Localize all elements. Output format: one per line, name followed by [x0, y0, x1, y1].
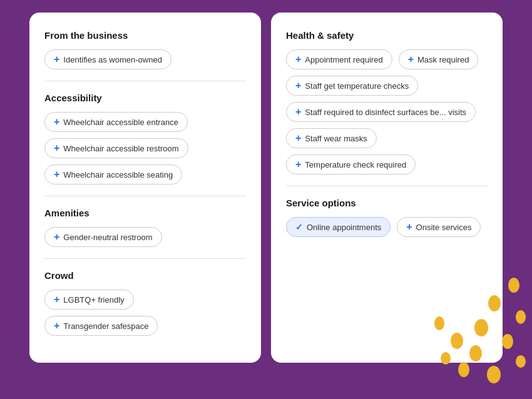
tag-label: Gender-neutral restroom	[63, 233, 152, 242]
section-accessibility: Accessibility+Wheelchair accessible entr…	[44, 93, 246, 184]
tag-item[interactable]: +Wheelchair accessible seating	[44, 164, 182, 184]
section-from-the-business: From the business+Identifies as women-ow…	[44, 30, 246, 69]
plus-icon: +	[295, 133, 301, 143]
section-divider	[44, 258, 246, 259]
tag-list-service-options: ✓Online appointments+Onsite services	[286, 217, 488, 237]
section-title-crowd: Crowd	[44, 270, 246, 281]
check-icon: ✓	[295, 222, 303, 232]
tag-label: Wheelchair accessible seating	[63, 170, 173, 179]
tag-label: Online appointments	[307, 223, 381, 232]
section-service-options: Service options✓Online appointments+Onsi…	[286, 198, 488, 237]
section-divider	[286, 186, 488, 186]
section-title-service-options: Service options	[286, 198, 488, 208]
tag-label: Wheelchair accessible entrance	[63, 118, 178, 127]
plus-icon: +	[54, 295, 59, 305]
section-title-from-the-business: From the business	[44, 30, 246, 41]
plus-icon: +	[54, 232, 59, 242]
plus-icon: +	[408, 54, 414, 64]
plus-icon: +	[54, 117, 59, 127]
tag-item[interactable]: +Wheelchair accessible entrance	[44, 112, 188, 132]
tag-item[interactable]: +LGBTQ+ friendly	[44, 290, 134, 310]
tag-item[interactable]: +Wheelchair accessible restroom	[44, 138, 188, 158]
plus-icon: +	[54, 321, 59, 331]
tag-label: Onsite services	[416, 223, 472, 232]
tag-item[interactable]: +Staff required to disinfect surfaces be…	[286, 102, 476, 122]
section-title-accessibility: Accessibility	[44, 93, 246, 103]
tag-item[interactable]: +Transgender safespace	[44, 316, 158, 336]
tag-label: Identifies as women-owned	[63, 55, 162, 64]
tag-list-accessibility: +Wheelchair accessible entrance+Wheelcha…	[44, 112, 246, 184]
plus-icon: +	[54, 143, 59, 153]
tag-label: LGBTQ+ friendly	[63, 295, 124, 305]
tag-item[interactable]: +Gender-neutral restroom	[44, 227, 162, 247]
plus-icon: +	[54, 169, 59, 179]
tag-label: Wheelchair accessible restroom	[63, 144, 178, 153]
tag-label: Mask required	[417, 55, 469, 64]
tag-item[interactable]: +Appointment required	[286, 49, 392, 69]
tag-list-amenities: +Gender-neutral restroom	[44, 227, 246, 247]
tag-item[interactable]: +Identifies as women-owned	[44, 49, 171, 69]
section-divider	[44, 196, 246, 196]
tag-label: Staff get temperature checks	[305, 81, 409, 91]
tag-label: Transgender safespace	[63, 321, 148, 331]
tag-list-from-the-business: +Identifies as women-owned	[44, 49, 246, 69]
tag-label: Temperature check required	[305, 160, 406, 169]
plus-icon: +	[54, 54, 59, 64]
tag-item[interactable]: +Temperature check required	[286, 154, 416, 174]
section-title-amenities: Amenities	[44, 208, 246, 218]
tag-label: Staff required to disinfect surfaces be.…	[305, 108, 466, 117]
tag-label: Appointment required	[305, 55, 382, 64]
plus-icon: +	[295, 159, 301, 169]
tag-item[interactable]: +Staff wear masks	[286, 128, 377, 148]
left-card: From the business+Identifies as women-ow…	[29, 13, 261, 363]
plus-icon: +	[406, 222, 412, 232]
section-amenities: Amenities+Gender-neutral restroom	[44, 208, 246, 247]
section-divider	[44, 81, 246, 81]
section-title-health-safety: Health & safety	[286, 30, 488, 41]
tag-item[interactable]: +Onsite services	[397, 217, 481, 237]
plus-icon: +	[295, 54, 301, 64]
tag-label: Staff wear masks	[305, 134, 367, 143]
tag-list-crowd: +LGBTQ+ friendly+Transgender safespace	[44, 290, 246, 336]
decorative-dots	[432, 274, 532, 399]
section-health-safety: Health & safety+Appointment required+Mas…	[286, 30, 488, 174]
tag-item[interactable]: ✓Online appointments	[286, 217, 391, 237]
plus-icon: +	[295, 81, 301, 91]
tag-item[interactable]: +Mask required	[399, 49, 479, 69]
tag-list-health-safety: +Appointment required+Mask required+Staf…	[286, 49, 488, 174]
tag-item[interactable]: +Staff get temperature checks	[286, 76, 418, 96]
plus-icon: +	[295, 107, 301, 117]
section-crowd: Crowd+LGBTQ+ friendly+Transgender safesp…	[44, 270, 246, 336]
